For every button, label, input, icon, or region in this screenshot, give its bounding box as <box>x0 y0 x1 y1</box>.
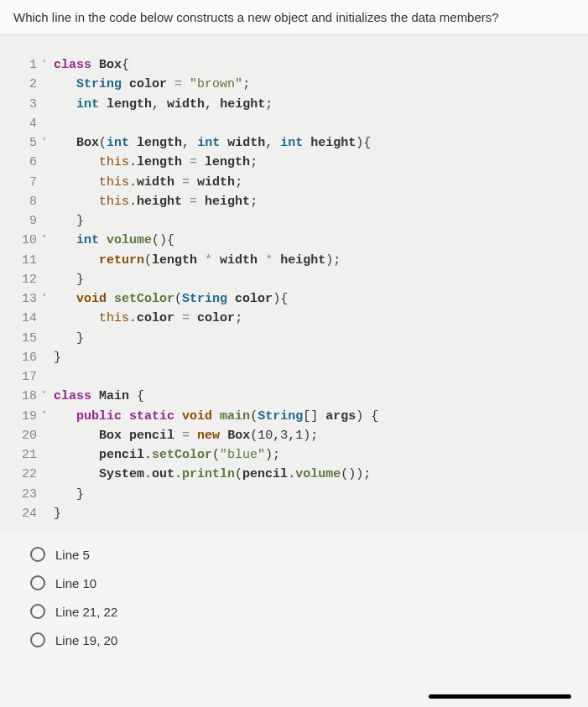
code-line: 20 Box pencil = new Box(10,3,1); <box>8 426 580 445</box>
fold-chevron-icon[interactable]: ˅ <box>42 407 54 426</box>
code-line: 13˅ void setColor(String color){ <box>8 289 580 309</box>
code-content: } <box>54 485 580 504</box>
line-number: 20 <box>8 426 42 445</box>
line-number: 11 <box>8 251 42 270</box>
code-content: } <box>54 348 580 367</box>
answer-option[interactable]: Line 10 <box>30 569 558 597</box>
fold-chevron-icon <box>42 485 54 504</box>
option-label: Line 5 <box>55 548 90 562</box>
code-line: 6 this.length = length; <box>8 153 580 172</box>
code-content: public static void main(String[] args) { <box>54 407 580 426</box>
code-content <box>54 367 580 387</box>
code-line: 17 <box>8 367 580 387</box>
line-number: 1 <box>8 55 42 75</box>
fold-chevron-icon <box>42 153 54 172</box>
line-number: 8 <box>8 192 42 211</box>
line-number: 5 <box>8 133 42 153</box>
code-content: int length, width, height; <box>54 95 580 114</box>
radio-icon[interactable] <box>30 575 45 590</box>
radio-icon[interactable] <box>30 547 45 562</box>
code-content: this.length = length; <box>54 153 580 172</box>
fold-chevron-icon[interactable]: ˅ <box>42 231 54 250</box>
line-number: 16 <box>8 348 42 367</box>
code-line: 1˅class Box{ <box>8 55 580 75</box>
fold-chevron-icon[interactable]: ˅ <box>42 289 54 309</box>
line-number: 10 <box>8 231 42 250</box>
option-label: Line 21, 22 <box>55 605 117 619</box>
radio-icon[interactable] <box>30 604 45 619</box>
code-line: 10˅ int volume(){ <box>8 231 580 250</box>
answer-options: Line 5Line 10Line 21, 22Line 19, 20 <box>0 532 588 663</box>
code-line: 3 int length, width, height; <box>8 95 580 114</box>
code-block: 1˅class Box{2 String color = "brown";3 i… <box>0 35 588 532</box>
code-content: pencil.setColor("blue"); <box>54 445 580 465</box>
code-content: void setColor(String color){ <box>54 289 580 309</box>
line-number: 15 <box>8 329 42 348</box>
code-line: 23 } <box>8 485 580 504</box>
answer-option[interactable]: Line 21, 22 <box>30 597 558 626</box>
code-content: } <box>54 504 580 523</box>
question-text: Which line in the code below constructs … <box>0 0 588 35</box>
fold-chevron-icon <box>42 348 54 367</box>
code-content: Box pencil = new Box(10,3,1); <box>54 426 580 445</box>
fold-chevron-icon <box>42 211 54 231</box>
line-number: 2 <box>8 75 42 94</box>
line-number: 4 <box>8 114 42 133</box>
fold-chevron-icon <box>42 270 54 289</box>
fold-chevron-icon <box>42 251 54 270</box>
answer-option[interactable]: Line 19, 20 <box>30 626 558 654</box>
fold-chevron-icon[interactable]: ˅ <box>42 133 54 153</box>
fold-chevron-icon <box>42 173 54 192</box>
code-content: } <box>54 211 580 231</box>
line-number: 14 <box>8 309 42 328</box>
code-line: 14 this.color = color; <box>8 309 580 328</box>
code-content: } <box>54 329 580 348</box>
fold-chevron-icon <box>42 445 54 465</box>
option-label: Line 10 <box>55 576 96 590</box>
code-line: 9 } <box>8 211 580 231</box>
fold-chevron-icon <box>42 426 54 445</box>
code-line: 22 System.out.println(pencil.volume()); <box>8 465 580 484</box>
code-line: 24} <box>8 504 580 523</box>
line-number: 3 <box>8 95 42 114</box>
line-number: 12 <box>8 270 42 289</box>
code-content: return(length * width * height); <box>54 251 580 270</box>
radio-icon[interactable] <box>30 632 45 647</box>
fold-chevron-icon <box>42 329 54 348</box>
code-line: 21 pencil.setColor("blue"); <box>8 445 580 465</box>
line-number: 17 <box>8 367 42 387</box>
code-content: } <box>54 270 580 289</box>
line-number: 22 <box>8 465 42 484</box>
code-content: this.color = color; <box>54 309 580 328</box>
fold-chevron-icon[interactable]: ˅ <box>42 55 54 75</box>
code-line: 2 String color = "brown"; <box>8 75 580 94</box>
code-line: 19˅ public static void main(String[] arg… <box>8 407 580 426</box>
fold-chevron-icon <box>42 504 54 523</box>
code-line: 11 return(length * width * height); <box>8 251 580 270</box>
fold-chevron-icon <box>42 95 54 114</box>
option-label: Line 19, 20 <box>55 633 117 647</box>
code-content: class Main { <box>54 387 580 406</box>
code-line: 18˅class Main { <box>8 387 580 406</box>
code-content: int volume(){ <box>54 231 580 250</box>
line-number: 13 <box>8 289 42 309</box>
fold-chevron-icon <box>42 192 54 211</box>
code-line: 8 this.height = height; <box>8 192 580 211</box>
code-line: 12 } <box>8 270 580 289</box>
fold-chevron-icon <box>42 114 54 133</box>
code-content: Box(int length, int width, int height){ <box>54 133 580 153</box>
code-content: class Box{ <box>54 55 580 75</box>
code-line: 16} <box>8 348 580 367</box>
fold-chevron-icon[interactable]: ˅ <box>42 387 54 406</box>
code-line: 15 } <box>8 329 580 348</box>
line-number: 18 <box>8 387 42 406</box>
home-indicator <box>429 694 571 699</box>
code-content: this.width = width; <box>54 173 580 192</box>
line-number: 19 <box>8 407 42 426</box>
code-line: 5˅ Box(int length, int width, int height… <box>8 133 580 153</box>
fold-chevron-icon <box>42 465 54 484</box>
fold-chevron-icon <box>42 309 54 328</box>
line-number: 6 <box>8 153 42 172</box>
answer-option[interactable]: Line 5 <box>30 540 558 569</box>
line-number: 7 <box>8 173 42 192</box>
